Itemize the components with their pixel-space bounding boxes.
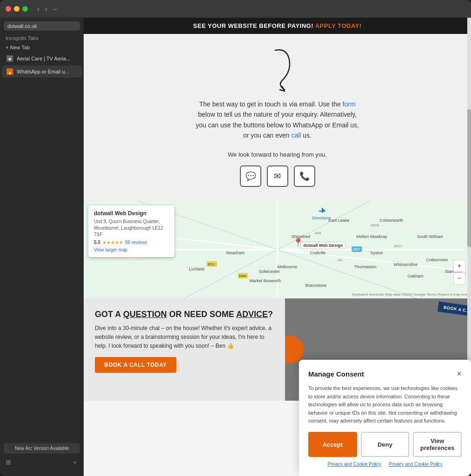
zoom-out-button[interactable]: − <box>453 272 465 284</box>
new-tab-button[interactable]: + New Tab <box>0 43 84 52</box>
back-button[interactable]: ‹ <box>35 4 41 13</box>
bottom-body-text: Dive into a 30-minute chat – on the hous… <box>95 324 274 351</box>
phone-button[interactable]: 📞 <box>294 165 315 187</box>
consent-buttons: Accept Deny View preferences <box>308 432 462 457</box>
heading-part3: ? <box>268 310 273 319</box>
bottom-left: GOT A QUESTION OR NEED SOME ADVICE? Dive… <box>84 298 285 401</box>
directions-button[interactable]: Directions <box>177 206 466 220</box>
privacy-link-1[interactable]: Privacy and Cookie Policy <box>327 462 381 467</box>
tab-favicon-whatsapp: 🔥 <box>7 68 13 75</box>
svg-text:A46: A46 <box>315 231 322 235</box>
contact-buttons: 💬 ✉ 📞 <box>240 165 315 187</box>
map-rating: 5.0 ★★★★★ 89 reviews <box>94 240 169 245</box>
map-business-name: dotwall Web Design <box>94 210 169 217</box>
consent-header: Manage Consent × <box>308 369 462 379</box>
sidebar-tab-whatsapp[interactable]: 🔥 WhatsApp or Email u... <box>2 66 82 78</box>
svg-text:South Witham: South Witham <box>417 234 444 239</box>
svg-text:Syston: Syston <box>371 251 384 255</box>
map-background: A46 A606 A607 A6 East Leake Colsterworth… <box>84 201 471 298</box>
directions-label: Directions <box>312 216 331 220</box>
traffic-lights <box>6 6 28 12</box>
svg-text:Braunstone: Braunstone <box>305 283 327 288</box>
minimize-button[interactable] <box>14 6 20 12</box>
svg-text:Whissendine: Whissendine <box>394 262 418 267</box>
heading-advice: ADVICE <box>236 310 268 319</box>
heading-question: QUESTION <box>123 310 167 319</box>
view-larger-map-link[interactable]: View larger map <box>94 247 127 252</box>
svg-text:Oakham: Oakham <box>408 274 424 278</box>
svg-text:Melton Mowbray: Melton Mowbray <box>357 234 388 239</box>
book-a-call-banner: BOOK A C... <box>438 301 471 317</box>
svg-text:Measham: Measham <box>226 251 245 255</box>
banner-highlight: APPLY TODAY! <box>315 22 362 29</box>
bottom-heading: GOT A QUESTION OR NEED SOME ADVICE? <box>95 310 274 319</box>
map-section: A46 A606 A607 A6 East Leake Colsterworth… <box>84 201 471 298</box>
forward-button[interactable]: › <box>43 4 49 13</box>
consent-title: Manage Consent <box>308 370 364 378</box>
consent-links: Privacy and Cookie Policy Privacy and Co… <box>308 462 462 467</box>
heading-part2: OR NEED SOME <box>167 310 236 319</box>
address-bar[interactable]: dotwall.co.uk <box>4 21 80 31</box>
main-content: SEE YOUR WEBSITE BEFORE PAYING! APPLY TO… <box>84 18 471 476</box>
browser-window: ‹ › ··· dotwall.co.uk Incognito Tabs + N… <box>0 0 471 476</box>
map-rating-number: 5.0 <box>94 240 100 245</box>
book-call-button[interactable]: BOOK A CALL TODAY <box>95 357 176 373</box>
deny-button[interactable]: Deny <box>361 432 410 457</box>
sidebar-tab-aerial[interactable]: ■ Aerial Care | TV Aeria... <box>2 53 82 65</box>
forward-text: We look forward to hearing from you. <box>228 151 327 158</box>
svg-text:Cottesmore: Cottesmore <box>426 258 448 262</box>
nav-buttons: ‹ › ··· <box>35 4 60 13</box>
sidebar-icon-left[interactable]: ⊞ <box>6 458 11 467</box>
contact-section: The best way to get in touch is via emai… <box>84 34 471 201</box>
svg-text:Goleicester: Goleicester <box>259 269 280 274</box>
svg-text:A607: A607 <box>353 248 360 251</box>
svg-text:A606: A606 <box>371 223 379 227</box>
webpage: SEE YOUR WEBSITE BEFORE PAYING! APPLY TO… <box>84 18 471 476</box>
svg-text:Coalville: Coalville <box>310 251 326 255</box>
view-preferences-button[interactable]: View preferences <box>413 432 462 457</box>
top-banner: SEE YOUR WEBSITE BEFORE PAYING! APPLY TO… <box>84 18 471 34</box>
orange-circle-decoration <box>285 336 304 364</box>
consent-modal: Manage Consent × To provide the best exp… <box>299 360 471 476</box>
consent-close-button[interactable]: × <box>457 369 462 379</box>
svg-text:A607: A607 <box>394 244 403 248</box>
incognito-label: Incognito Tabs <box>0 34 84 43</box>
tab-label-aerial: Aerial Care | TV Aeria... <box>17 56 70 61</box>
arrow-area <box>250 43 305 99</box>
banner-text: SEE YOUR WEBSITE BEFORE PAYING! <box>193 22 315 29</box>
sidebar-bottom: New Arc Version Available ⊞ ＋ <box>0 439 84 472</box>
svg-text:Thurmaston: Thurmaston <box>354 264 377 269</box>
email-button[interactable]: ✉ <box>267 165 288 187</box>
scrollbar-thumb[interactable] <box>467 109 471 247</box>
map-address: Unit 9, Quorn Business Quarter, Mountsor… <box>94 218 169 238</box>
sidebar-icon-right[interactable]: ＋ <box>72 458 78 467</box>
map-stars: ★★★★★ <box>102 240 123 245</box>
map-attribution: Keyboard shortcuts Map data ©2024 Google… <box>352 292 469 297</box>
more-button[interactable]: ··· <box>51 4 60 13</box>
sidebar-bottom-icons: ⊞ ＋ <box>4 456 80 469</box>
privacy-link-2[interactable]: Privacy and Cookie Policy <box>389 462 443 467</box>
new-arc-badge[interactable]: New Arc Version Available <box>4 443 80 454</box>
svg-text:Melbourne: Melbourne <box>278 264 298 269</box>
fullscreen-button[interactable] <box>22 6 28 12</box>
tab-label-whatsapp: WhatsApp or Email u... <box>17 69 69 74</box>
accept-button[interactable]: Accept <box>308 432 357 457</box>
call-link[interactable]: call <box>291 132 301 139</box>
svg-text:A444: A444 <box>239 274 246 278</box>
arrow-svg <box>250 46 305 97</box>
form-link[interactable]: form <box>343 100 356 108</box>
map-controls: + − <box>453 260 465 284</box>
directions-icon <box>317 206 326 216</box>
map-reviews-link[interactable]: 89 reviews <box>125 240 147 245</box>
close-button[interactable] <box>6 6 11 12</box>
whatsapp-button[interactable]: 💬 <box>240 165 261 187</box>
zoom-in-button[interactable]: + <box>453 260 465 272</box>
map-marker-label: dotwall Web Design <box>300 242 345 249</box>
svg-text:A6: A6 <box>338 258 343 262</box>
map-info-card: dotwall Web Design Unit 9, Quorn Busines… <box>88 205 174 257</box>
heading-part1: GOT A <box>95 310 123 319</box>
svg-text:A511: A511 <box>208 263 215 266</box>
title-bar: ‹ › ··· <box>0 0 471 18</box>
svg-text:Market Bosworth: Market Bosworth <box>250 278 281 283</box>
contact-paragraph: The best way to get in touch is via emai… <box>194 99 361 141</box>
